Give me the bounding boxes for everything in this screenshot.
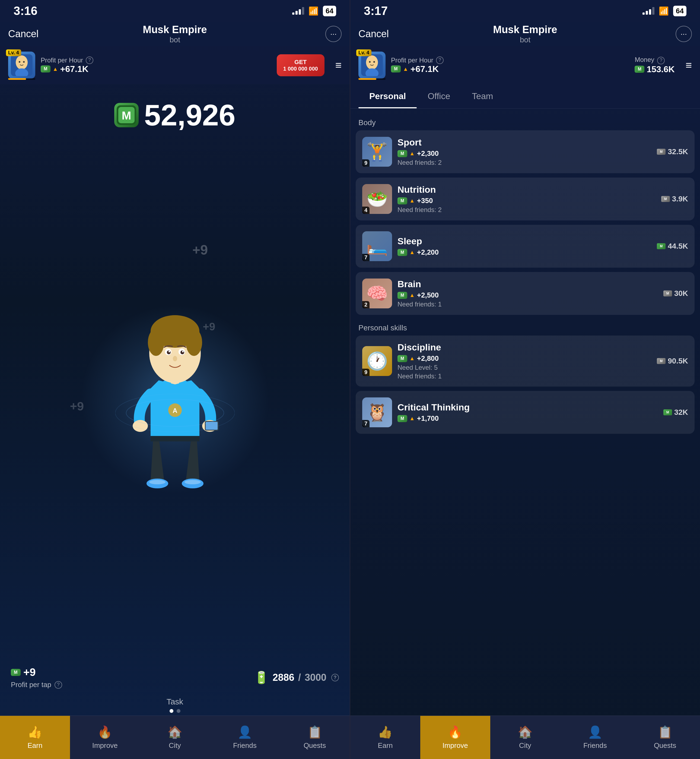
critical-thinking-card[interactable]: 🦉 7 Critical Thinking M ▲ +1,700 M 32K [356, 391, 695, 434]
svg-point-1 [16, 55, 28, 69]
right-status-bar: 3:17 📶 64 [350, 0, 700, 22]
left-tap-coin-icon: M [11, 669, 20, 676]
left-nav-earn[interactable]: 👍 Earn [0, 716, 70, 759]
right-level-badge: Lv. 4 [356, 49, 372, 56]
left-nav-friends[interactable]: 👤 Friends [210, 716, 280, 759]
sport-card[interactable]: 🏋️ 9 Sport M ▲ +2,300 Need friends: 2 M … [356, 130, 695, 173]
critical-thinking-card-image: 🦉 7 [362, 397, 392, 427]
right-profit-info-icon[interactable]: ? [436, 56, 444, 64]
left-up-arrow-icon: ▲ [53, 66, 58, 72]
left-more-button[interactable]: ··· [325, 26, 342, 42]
thinking-name: Critical Thinking [397, 402, 658, 413]
right-nav-city[interactable]: 🏠 City [490, 716, 560, 759]
right-cancel-button[interactable]: Cancel [358, 28, 389, 40]
left-cancel-button[interactable]: Cancel [8, 28, 39, 40]
left-nav-center: Musk Empire bot [143, 24, 207, 44]
sport-info: Sport M ▲ +2,300 Need friends: 2 [397, 137, 652, 166]
tab-office[interactable]: Office [417, 84, 461, 108]
svg-point-18 [182, 351, 184, 352]
left-nav-quests[interactable]: 📋 Quests [280, 716, 350, 759]
sleep-card[interactable]: 🛏️ 7 Sleep M ▲ +2,200 M 44.5K [356, 225, 695, 268]
left-task-dot-2[interactable] [177, 709, 180, 713]
left-energy-current: 2886 [273, 672, 294, 683]
left-nav-bar: Cancel Musk Empire bot ··· [0, 22, 350, 46]
floating-num-3: +9 [70, 399, 84, 413]
sport-name: Sport [397, 137, 652, 148]
svg-point-19 [173, 356, 177, 362]
nutrition-name: Nutrition [397, 184, 656, 195]
left-menu-icon[interactable]: ≡ [335, 59, 342, 71]
right-status-time: 3:17 [364, 4, 388, 18]
left-get-button[interactable]: GET 1 000 000 000 [277, 54, 325, 76]
discipline-info: Discipline M ▲ +2,800 Need Level: 5 Need… [397, 342, 652, 380]
svg-point-31 [184, 480, 201, 484]
right-phone-panel: 3:17 📶 64 Cancel Musk Empire bot ··· [350, 0, 700, 759]
right-profit-value: M ▲ +67.1K [391, 64, 629, 74]
left-profit-info-icon[interactable]: ? [86, 56, 93, 64]
svg-point-23 [133, 420, 148, 432]
right-battery-icon: 64 [673, 6, 686, 16]
right-quests-icon: 📋 [658, 725, 673, 739]
brain-info: Brain M ▲ +2,500 Need friends: 1 [397, 279, 658, 308]
left-task-dot-1[interactable] [170, 709, 173, 713]
discipline-cost: M 90.5K [657, 357, 688, 365]
discipline-card[interactable]: 🕐 9 Discipline M ▲ +2,800 Need Level: 5 … [356, 335, 695, 387]
sleep-cost: M 44.5K [657, 242, 688, 250]
discipline-profit: M ▲ +2,800 [397, 354, 652, 363]
sleep-info: Sleep M ▲ +2,200 [397, 236, 652, 257]
tab-team[interactable]: Team [461, 84, 504, 108]
right-nav-friends[interactable]: 👤 Friends [560, 716, 630, 759]
left-nav-improve[interactable]: 🔥 Improve [70, 716, 140, 759]
nutrition-info: Nutrition M ▲ +350 Need friends: 2 [397, 184, 656, 214]
nutrition-card[interactable]: 🥗 4 Nutrition M ▲ +350 Need friends: 2 M… [356, 178, 695, 221]
sleep-profit: M ▲ +2,200 [397, 248, 652, 257]
left-tap-value: M +9 [11, 666, 62, 678]
left-city-icon: 🏠 [167, 725, 182, 739]
left-character-svg: A [115, 304, 235, 495]
sport-cost-icon: M [657, 149, 666, 155]
left-task-label: Task [3, 697, 347, 706]
right-nav-improve[interactable]: 🔥 Improve [420, 716, 490, 759]
right-app-title: Musk Empire [493, 24, 557, 36]
svg-point-4 [23, 61, 25, 63]
nutrition-cost: M 3.9K [661, 195, 688, 203]
svg-text:A: A [173, 407, 177, 414]
brain-level: 2 [362, 301, 370, 308]
left-nav-city[interactable]: 🏠 City [140, 716, 210, 759]
left-bottom-info: M +9 Profit per tap ? 🔋 2886 / 3000 ? [0, 661, 350, 695]
thinking-profit: M ▲ +1,700 [397, 414, 658, 423]
left-character-area[interactable]: +9 +9 +9 [0, 138, 350, 661]
nutrition-condition: Need friends: 2 [397, 206, 656, 214]
left-character-figure: A [115, 304, 235, 495]
left-quests-icon: 📋 [308, 725, 322, 739]
left-level-badge: Lv. 4 [6, 49, 21, 56]
right-tabs-bar: Personal Office Team [350, 84, 700, 109]
left-tap-info-icon[interactable]: ? [55, 681, 62, 689]
svg-point-30 [149, 480, 166, 484]
right-city-icon: 🏠 [518, 725, 533, 739]
tab-personal[interactable]: Personal [358, 84, 417, 108]
left-avatar[interactable]: Lv. 4 [8, 52, 35, 79]
brain-card[interactable]: 🧠 2 Brain M ▲ +2,500 Need friends: 1 M 3… [356, 272, 695, 315]
brain-cost-icon: M [663, 291, 672, 296]
discipline-coin-icon: M [397, 355, 407, 362]
left-balance-amount: 52,926 [144, 98, 235, 132]
right-improve-icon: 🔥 [448, 725, 462, 739]
left-energy-info-icon[interactable]: ? [331, 674, 339, 681]
left-status-time: 3:16 [14, 4, 38, 18]
right-more-button[interactable]: ··· [676, 26, 692, 42]
left-profit-value: M ▲ +67.1K [41, 64, 271, 74]
nutrition-coin-icon: M [397, 197, 407, 204]
right-nav-earn[interactable]: 👍 Earn [350, 716, 420, 759]
right-profit-label: Profit per Hour ? [391, 56, 629, 64]
right-avatar[interactable]: Lv. 4 [358, 52, 386, 79]
right-money-info-icon[interactable]: ? [657, 57, 665, 64]
right-nav-quests[interactable]: 📋 Quests [630, 716, 700, 759]
svg-point-12 [186, 329, 202, 356]
discipline-condition: Need Level: 5 [397, 364, 652, 371]
right-profit-section: Profit per Hour ? M ▲ +67.1K [391, 56, 629, 74]
thinking-cost: M 32K [663, 408, 688, 417]
sport-level: 9 [362, 160, 370, 167]
right-nav-bar: Cancel Musk Empire bot ··· [350, 22, 700, 46]
right-menu-icon[interactable]: ≡ [686, 59, 692, 71]
